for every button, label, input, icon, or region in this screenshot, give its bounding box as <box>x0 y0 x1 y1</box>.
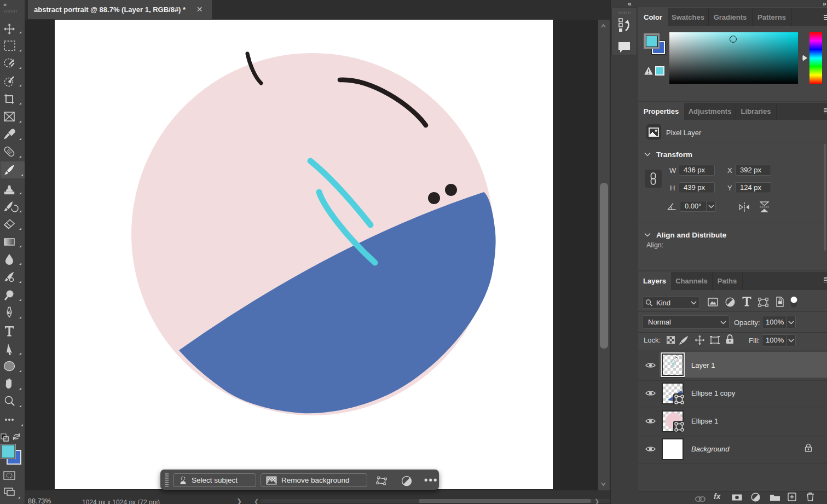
svg-text:»: » <box>3 1 7 8</box>
